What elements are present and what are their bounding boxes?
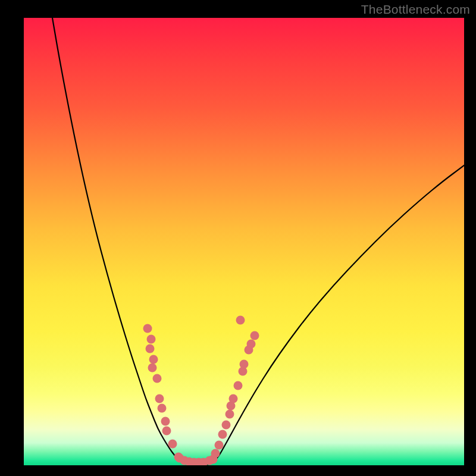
data-marker xyxy=(146,345,155,353)
data-marker xyxy=(234,381,243,390)
data-marker xyxy=(143,324,152,333)
data-markers xyxy=(143,316,259,466)
data-marker xyxy=(153,374,162,383)
curve-overlay xyxy=(24,18,464,465)
data-marker xyxy=(168,440,177,449)
bottleneck-curve-left xyxy=(52,18,202,465)
data-marker xyxy=(149,355,158,364)
data-marker xyxy=(250,331,259,340)
data-marker xyxy=(155,394,164,403)
chart-frame: TheBottleneck.com xyxy=(0,0,476,476)
data-marker xyxy=(161,417,170,426)
data-marker xyxy=(211,449,220,458)
data-marker xyxy=(240,360,249,369)
watermark-text: TheBottleneck.com xyxy=(361,2,470,17)
data-marker xyxy=(162,427,171,436)
plot-area xyxy=(24,18,464,465)
data-marker xyxy=(226,410,234,419)
data-marker xyxy=(222,421,231,430)
data-marker xyxy=(148,364,157,372)
bottleneck-curve-right xyxy=(202,165,464,465)
data-marker xyxy=(215,441,224,450)
data-marker xyxy=(236,316,245,325)
data-marker xyxy=(158,404,167,413)
data-marker xyxy=(218,430,227,439)
data-marker xyxy=(147,335,156,344)
data-marker xyxy=(229,394,238,403)
data-marker xyxy=(247,340,256,349)
